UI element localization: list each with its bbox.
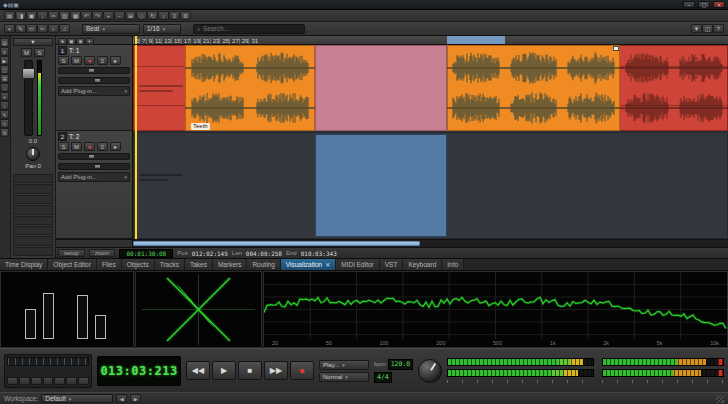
midi-icon[interactable]: ♪ (0, 101, 9, 110)
forward-button[interactable]: ▶▶ (264, 361, 288, 380)
mixer-mute-button[interactable]: M (21, 48, 32, 57)
close-icon[interactable]: ✕ (325, 261, 330, 268)
tab-keyboard[interactable]: Keyboard (403, 259, 442, 270)
timeline-ruler[interactable]: 5791113151719212325272931 (133, 36, 728, 44)
grid-icon[interactable]: ⊞ (125, 11, 136, 20)
minimize-button[interactable]: – (683, 1, 695, 8)
rewind-button[interactable]: ◀◀ (186, 361, 210, 380)
tab-info[interactable]: Info (442, 259, 464, 270)
grid-value-dropdown[interactable]: 1/16▾ (143, 24, 181, 34)
tab-vst[interactable]: VST (380, 259, 404, 270)
fader-handle[interactable] (22, 68, 35, 79)
maximize-button[interactable]: ▢ (698, 1, 710, 8)
workspace-next-button[interactable]: ▶ (130, 394, 141, 403)
add-plugin-dropdown[interactable]: Add Plug-in... ▾ (58, 86, 130, 96)
track-manager-icon[interactable]: ◈ (58, 38, 67, 45)
snap-icon[interactable]: ◇ (136, 11, 147, 20)
cut-icon[interactable]: ✂ (48, 11, 59, 20)
track-1-lane[interactable]: Teeth (133, 45, 728, 131)
add-plugin-dropdown[interactable]: Add Plug-in... ▾ (58, 172, 130, 182)
object-tool-icon[interactable]: ⌖ (4, 24, 15, 33)
volume-fader[interactable] (24, 60, 33, 136)
collapse-icon[interactable]: ▾ (85, 38, 94, 45)
track-name[interactable]: T: 2 (69, 133, 130, 140)
mini-ruler[interactable] (7, 357, 89, 366)
mute-button[interactable]: M (71, 56, 82, 65)
tab-files[interactable]: Files (97, 259, 122, 270)
scrollbar-thumb[interactable] (133, 241, 420, 246)
workspace-prev-button[interactable]: ◀ (116, 394, 127, 403)
marker-icon[interactable]: ◇ (0, 119, 9, 128)
manager-icon[interactable]: ⊞ (0, 74, 9, 83)
mute-button[interactable]: M (71, 142, 82, 151)
draw-tool-icon[interactable]: ✎ (15, 24, 26, 33)
undo-icon[interactable]: ↶ (81, 11, 92, 20)
tab-markers[interactable]: Markers (213, 259, 247, 270)
monitor-button[interactable]: ▸ (110, 56, 121, 65)
zoom-button[interactable]: zoom (89, 249, 116, 257)
transport-icon[interactable]: ▶ (0, 56, 9, 65)
track-name[interactable]: T: 1 (69, 47, 130, 54)
settings-icon[interactable]: ⚙ (0, 128, 9, 137)
search-input[interactable] (203, 25, 301, 32)
track-pan-slider[interactable] (58, 163, 130, 170)
object-handle[interactable] (613, 46, 619, 51)
solo-button[interactable]: S (58, 56, 69, 65)
lock-icon[interactable]: ▣ (67, 38, 76, 45)
mixer-icon[interactable]: ≡ (0, 47, 9, 56)
audio-object-tail[interactable] (620, 45, 728, 131)
play-mode-dropdown[interactable]: Play...▾ (319, 360, 369, 370)
copy-icon[interactable]: ▥ (59, 11, 70, 20)
setup-button[interactable]: setup (58, 249, 85, 257)
snap-mode-dropdown[interactable]: Beat▾ (82, 24, 140, 34)
tab-time-display[interactable]: Time Display (0, 259, 48, 270)
monitor-icon[interactable]: ◉ (76, 38, 85, 45)
save-icon[interactable]: ▣ (13, 2, 19, 8)
mixer-icon[interactable]: ≡ (169, 11, 180, 20)
split-tool-icon[interactable]: ✂ (37, 24, 48, 33)
track-1-header[interactable]: 1 T: 1 S M ● ≡ ▸ Add Plu (56, 45, 132, 131)
time-signature[interactable]: 4/4 (374, 372, 392, 383)
save-icon[interactable]: ▣ (26, 11, 37, 20)
audio-clip-red[interactable]: Teeth (133, 45, 728, 131)
zoom-in-icon[interactable]: + (103, 11, 114, 20)
stop-button[interactable]: ■ (238, 361, 262, 380)
track-pan-slider[interactable] (58, 77, 130, 84)
marker-icon[interactable]: ▼ (691, 24, 702, 33)
tab-midi-editor[interactable]: MIDI Editor (336, 259, 380, 270)
track-volume-slider[interactable] (58, 153, 130, 160)
plugin-icon[interactable]: + (0, 92, 9, 101)
fx-button[interactable]: ≡ (97, 142, 108, 151)
track-volume-slider[interactable] (58, 67, 130, 74)
audio-object-overlap[interactable] (315, 45, 447, 131)
close-button[interactable]: ✕ (713, 1, 725, 8)
tab-takes[interactable]: Takes (185, 259, 213, 270)
tab-tracks[interactable]: Tracks (155, 259, 185, 270)
record-arm-button[interactable]: ● (84, 142, 95, 151)
play-button[interactable]: ▶ (212, 361, 236, 380)
visualizer-icon[interactable]: ◫ (0, 65, 9, 74)
audio-clip-blue[interactable] (315, 134, 447, 237)
help-icon[interactable]: ? (713, 24, 724, 33)
audition-tool-icon[interactable]: ♫ (59, 24, 70, 33)
mixer-solo-button[interactable]: S (34, 48, 45, 57)
playhead[interactable] (135, 45, 137, 239)
bpm-value[interactable]: 120.0 (388, 359, 414, 370)
range-tool-icon[interactable]: ▭ (26, 24, 37, 33)
monitor-button[interactable]: ▸ (110, 142, 121, 151)
loop-icon[interactable]: ↻ (147, 11, 158, 20)
locator-button[interactable] (54, 377, 65, 385)
locator-button[interactable] (19, 377, 30, 385)
track-2-lane[interactable] (133, 132, 728, 239)
zoom-out-icon[interactable]: − (114, 11, 125, 20)
mixer-preset-dropdown[interactable]: ▾ (13, 38, 53, 46)
timeline-range-selection[interactable] (447, 36, 505, 44)
zoom-tool-icon[interactable]: ⌕ (48, 24, 59, 33)
redo-icon[interactable]: ↷ (92, 11, 103, 20)
browser-icon[interactable]: ⌂ (0, 83, 9, 92)
tab-visualization[interactable]: Visualization ✕ (281, 259, 336, 270)
settings-icon[interactable]: ⚙ (180, 11, 191, 20)
track-2-header[interactable]: 2 T: 2 S M ● ≡ ▸ Add Plu (56, 131, 132, 239)
solo-button[interactable]: S (58, 142, 69, 151)
open-project-icon[interactable]: ◨ (15, 11, 26, 20)
